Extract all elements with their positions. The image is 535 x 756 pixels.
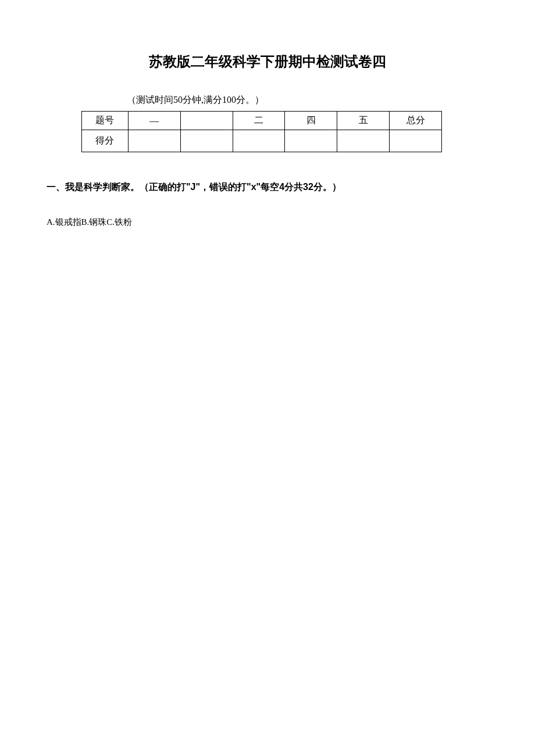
row-label: 题号 [82,112,129,130]
score-cell [128,130,180,152]
table-row: 题号 — 二 四 五 总分 [82,112,442,130]
document-subtitle: （测试时间50分钟,满分100分。） [127,94,454,106]
col-total: 总分 [390,112,442,130]
table-row: 得分 [82,130,442,152]
col-four: 四 [285,112,337,130]
score-table: 题号 — 二 四 五 总分 得分 [81,111,442,152]
question-options: A.银戒指B.钢珠C.铁粉 [47,217,454,228]
row-label: 得分 [82,130,129,152]
section-one-heading: 一、我是科学判断家。（正确的打"J"，错误的打"x"每空4分共32分。） [47,181,454,194]
col-three: 二 [233,112,285,130]
score-cell [233,130,285,152]
col-one: — [128,112,180,130]
col-five: 五 [337,112,390,130]
col-two [180,112,233,130]
score-cell [180,130,233,152]
document-title: 苏教版二年级科学下册期中检测试卷四 [81,52,454,71]
score-cell [337,130,390,152]
score-cell [390,130,442,152]
score-cell [285,130,337,152]
